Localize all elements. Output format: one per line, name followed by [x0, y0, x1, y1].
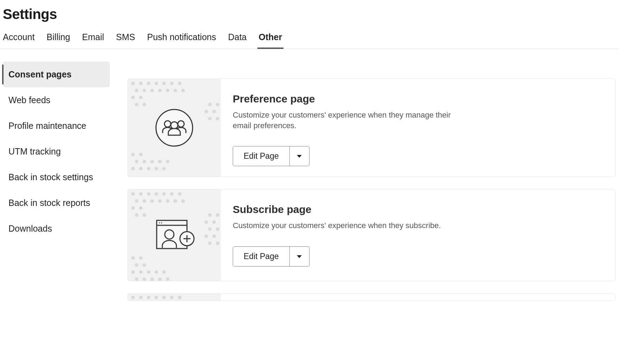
user-add-browser-icon [153, 218, 195, 253]
sidebar-item-profile-maintenance[interactable]: Profile maintenance [3, 113, 110, 139]
edit-page-button[interactable]: Edit Page [233, 247, 289, 266]
tab-data[interactable]: Data [228, 32, 247, 49]
caret-down-icon [296, 155, 302, 158]
main-content: Preference page Customize your customers… [110, 62, 619, 301]
card-subscribe-page: Subscribe page Customize your customers'… [127, 189, 615, 281]
tab-account[interactable]: Account [3, 32, 35, 49]
card-illustration [128, 294, 221, 301]
caret-down-icon [296, 255, 302, 258]
tab-email[interactable]: Email [82, 32, 104, 49]
svg-point-2 [178, 121, 184, 127]
card-title: Subscribe page [233, 203, 603, 215]
sidebar-item-downloads[interactable]: Downloads [3, 216, 110, 241]
tab-billing[interactable]: Billing [46, 32, 70, 49]
edit-page-split-button: Edit Page [233, 246, 310, 266]
sidebar-item-back-in-stock-reports[interactable]: Back in stock reports [3, 190, 110, 216]
card-title: Preference page [233, 93, 603, 105]
sidebar-item-web-feeds[interactable]: Web feeds [3, 87, 110, 113]
tabs-nav: Account Billing Email SMS Push notificat… [0, 22, 619, 49]
card-description: Customize your customers' experience whe… [233, 110, 465, 131]
sidebar-item-consent-pages[interactable]: Consent pages [3, 62, 110, 87]
card-illustration [128, 189, 221, 281]
decorative-dots [128, 294, 221, 301]
edit-page-dropdown-button[interactable] [289, 247, 309, 266]
card-illustration [128, 79, 221, 177]
svg-point-7 [161, 222, 162, 224]
page-title: Settings [0, 0, 619, 22]
tab-push-notifications[interactable]: Push notifications [147, 32, 216, 49]
sidebar-item-utm-tracking[interactable]: UTM tracking [3, 139, 110, 164]
edit-page-button[interactable]: Edit Page [233, 146, 289, 166]
svg-point-1 [164, 121, 171, 127]
edit-page-split-button: Edit Page [233, 146, 310, 166]
svg-point-8 [165, 230, 174, 239]
tab-other[interactable]: Other [259, 32, 282, 49]
card-description: Customize your customers' experience whe… [233, 220, 465, 231]
people-group-icon [155, 108, 194, 147]
svg-point-6 [159, 222, 160, 224]
tab-sms[interactable]: SMS [116, 32, 135, 49]
sidebar-item-back-in-stock-settings[interactable]: Back in stock settings [3, 164, 110, 190]
edit-page-dropdown-button[interactable] [289, 146, 309, 166]
card-partial [127, 293, 615, 301]
sidebar: Consent pages Web feeds Profile maintena… [0, 62, 110, 301]
card-preference-page: Preference page Customize your customers… [127, 79, 615, 177]
svg-point-3 [171, 122, 178, 129]
